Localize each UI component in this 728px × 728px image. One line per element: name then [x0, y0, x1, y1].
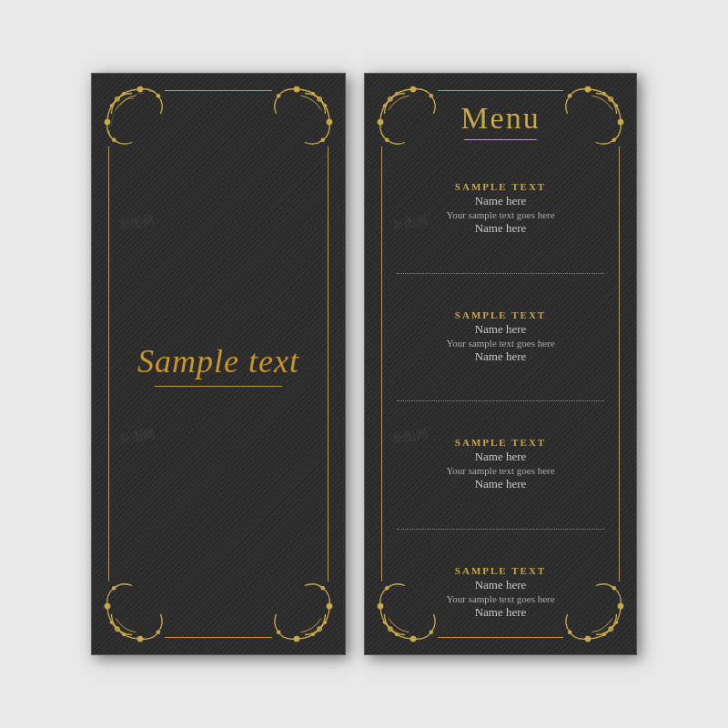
- svg-point-44: [395, 633, 399, 637]
- border-left: [108, 147, 109, 581]
- corner-top-left-r: [372, 81, 454, 163]
- sample-text-block: Sample text: [137, 342, 299, 387]
- section-3-name: Name here: [475, 450, 527, 464]
- svg-point-55: [612, 586, 617, 591]
- svg-point-48: [385, 586, 389, 591]
- svg-point-17: [110, 621, 114, 624]
- svg-point-54: [568, 631, 572, 635]
- svg-point-51: [602, 633, 606, 637]
- section-3-description: Your sample text goes here: [446, 465, 554, 476]
- divider-1: [397, 273, 604, 274]
- svg-point-20: [112, 586, 116, 591]
- border-top-r: [438, 90, 563, 91]
- svg-point-3: [110, 104, 114, 107]
- section-3-subname: Name here: [475, 477, 527, 491]
- svg-point-45: [383, 621, 387, 624]
- svg-point-24: [324, 621, 328, 624]
- svg-point-41: [612, 138, 617, 143]
- corner-top-right: [256, 81, 338, 163]
- svg-point-37: [602, 92, 606, 96]
- right-card: Menu SAMPLE TEXT Name here Your sample t…: [364, 73, 637, 655]
- section-2-name: Name here: [475, 322, 527, 337]
- svg-point-27: [321, 586, 326, 591]
- section-4-category: SAMPLE TEXT: [455, 565, 546, 576]
- border-right-r: [619, 147, 620, 581]
- svg-point-26: [277, 631, 281, 635]
- divider-3: [397, 529, 604, 530]
- svg-point-10: [324, 104, 328, 107]
- svg-point-30: [395, 92, 399, 96]
- svg-point-2: [122, 92, 126, 96]
- svg-point-23: [311, 633, 315, 637]
- menu-section-1: SAMPLE TEXT Name here Your sample text g…: [397, 147, 604, 271]
- corner-top-left: [99, 81, 181, 163]
- svg-point-33: [430, 94, 434, 98]
- svg-point-9: [311, 92, 315, 96]
- section-4-subname: Name here: [475, 605, 527, 620]
- section-1-name: Name here: [475, 194, 527, 208]
- watermark-1: 新图网: [118, 212, 157, 234]
- corner-bottom-right: [256, 565, 338, 647]
- svg-point-31: [383, 104, 387, 107]
- section-2-description: Your sample text goes here: [446, 338, 554, 349]
- menu-section-3: SAMPLE TEXT Name here Your sample text g…: [397, 403, 604, 527]
- title-underline: [464, 139, 537, 140]
- left-card: Sample text 新图网 新图网: [91, 73, 346, 655]
- section-3-category: SAMPLE TEXT: [455, 437, 546, 448]
- divider-2: [397, 400, 604, 401]
- svg-point-12: [277, 94, 281, 98]
- watermark-2: 新图网: [118, 426, 157, 448]
- corner-bottom-right-r: [547, 565, 629, 647]
- svg-point-19: [157, 631, 161, 635]
- svg-point-38: [615, 104, 619, 107]
- svg-point-52: [615, 621, 619, 624]
- section-1-description: Your sample text goes here: [446, 209, 554, 220]
- text-underline: [155, 386, 282, 387]
- border-right: [328, 147, 329, 581]
- section-2-category: SAMPLE TEXT: [455, 309, 546, 320]
- svg-point-13: [321, 138, 326, 143]
- svg-point-40: [568, 94, 572, 98]
- section-2-subname: Name here: [475, 349, 527, 364]
- section-1-category: SAMPLE TEXT: [455, 181, 546, 192]
- main-container: Sample text 新图网 新图网: [91, 73, 637, 655]
- svg-point-16: [122, 633, 126, 637]
- border-left-r: [381, 147, 382, 581]
- border-top: [165, 90, 272, 91]
- svg-point-47: [430, 631, 434, 635]
- menu-section-2: SAMPLE TEXT Name here Your sample text g…: [397, 276, 604, 399]
- main-sample-text: Sample text: [137, 342, 299, 380]
- section-4-description: Your sample text goes here: [446, 593, 554, 604]
- border-bottom: [165, 637, 272, 638]
- section-4-name: Name here: [475, 578, 527, 592]
- corner-bottom-left: [99, 565, 181, 647]
- menu-title: Menu: [460, 101, 540, 136]
- svg-point-34: [385, 138, 389, 143]
- corner-bottom-left-r: [372, 565, 454, 647]
- section-1-subname: Name here: [475, 221, 527, 236]
- corner-top-right-r: [547, 81, 629, 163]
- border-bottom-r: [438, 637, 563, 638]
